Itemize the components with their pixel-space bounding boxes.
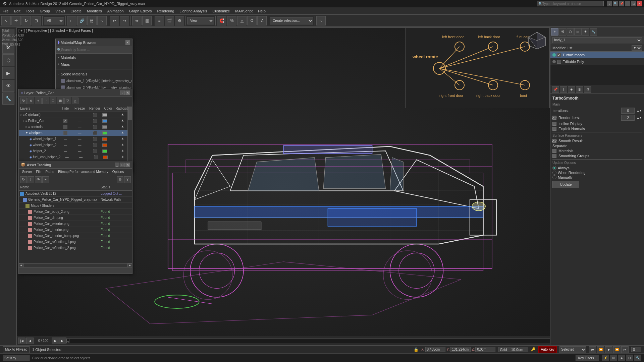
lt-refresh-btn[interactable]: ↻ <box>20 98 27 104</box>
ts-smooth-check[interactable]: ✓ <box>552 139 556 143</box>
asset-row-dirt[interactable]: Police_Car_dirt.png Found <box>19 215 132 221</box>
rb-goto-start[interactable]: ⏮ <box>589 346 596 353</box>
scale-btn[interactable]: ⊡ <box>32 16 41 25</box>
undo-btn[interactable]: ↩ <box>110 16 119 25</box>
angle-btn[interactable]: ∠ <box>257 16 267 25</box>
asset-row-interior[interactable]: Police_Car_interior.png Found <box>19 227 132 233</box>
asset-menu-paths[interactable]: Paths <box>44 170 56 174</box>
br-icon3[interactable]: ◈ <box>618 355 625 361</box>
goto-start-btn[interactable]: |◀ <box>18 338 25 344</box>
menu-tools[interactable]: Tools <box>23 8 37 14</box>
y-value[interactable]: 131.224cm <box>450 347 471 352</box>
at-refresh-btn[interactable]: ↻ <box>20 176 27 183</box>
asset-row-maxfile[interactable]: Generic_Police_Car_NYPD_Rigged_vray.max … <box>19 197 132 203</box>
asset-menu-bitmap[interactable]: Bitmap Performance and Memory <box>56 170 110 174</box>
hierarchy-btn[interactable]: ⬡ <box>2 54 14 66</box>
at-settings-btn[interactable]: ⚙ <box>117 176 123 183</box>
bind-btn[interactable]: ∿ <box>97 16 107 25</box>
display-btn[interactable]: 👁 <box>2 80 14 92</box>
timeline-track[interactable]: 0 <box>66 339 550 343</box>
br-icon4[interactable]: ⊡ <box>626 355 633 361</box>
ts-render-iters-value[interactable]: 2 <box>621 115 635 121</box>
rp-hierarchy-icon[interactable]: ⬡ <box>567 28 574 36</box>
asset-menu-file[interactable]: File <box>34 170 43 174</box>
selection-type-dropdown[interactable]: All <box>44 17 64 24</box>
mb-materials-row[interactable]: + Materials <box>56 54 132 61</box>
rp-display-icon[interactable]: 👁 <box>582 28 589 36</box>
asset-scroll-right[interactable]: ▶ <box>127 263 132 267</box>
menu-lighting[interactable]: Lighting Analysis <box>177 8 210 14</box>
render-setup-btn[interactable]: ⚙ <box>175 16 184 25</box>
ts-isoline-check[interactable] <box>552 122 556 126</box>
menu-modifiers[interactable]: Modifiers <box>84 8 105 14</box>
rp-create-icon[interactable]: + <box>551 28 558 36</box>
asset-row-mapsshaders[interactable]: Maps / Shaders <box>19 203 132 209</box>
menu-group[interactable]: Group <box>37 8 53 14</box>
at-view-btn[interactable]: 👁 <box>35 176 42 183</box>
menu-create[interactable]: Create <box>68 8 84 14</box>
br-icon2[interactable]: ⊞ <box>610 355 617 361</box>
asset-close-btn[interactable]: ✕ <box>125 163 130 167</box>
mb-maps-row[interactable]: + Maps <box>56 61 132 68</box>
mirror-btn[interactable]: ⇔ <box>132 16 142 25</box>
ts-iterations-value[interactable]: 0 <box>621 108 635 114</box>
lt-move-to-btn[interactable]: → <box>42 98 49 104</box>
render-btn[interactable]: 🎬 <box>165 16 174 25</box>
pin-btn[interactable]: 📌 <box>619 1 624 6</box>
asset-scrollbar-track[interactable] <box>24 264 127 267</box>
rotate-btn[interactable]: ↻ <box>21 16 31 25</box>
asset-row-body2[interactable]: Police_Car_body_2.png Found <box>19 209 132 215</box>
layer-row-policecar[interactable]: ▷ ≡ Police_Car ✓ — ⬛ ☀ <box>19 118 132 124</box>
menu-maxscript[interactable]: MAXScript <box>232 8 255 14</box>
ts-smoothing-check[interactable] <box>552 154 556 158</box>
layer-row-helpers[interactable]: ▼ ≡ helpers — ⬛ ☀ <box>19 130 132 136</box>
ts-whenrendering-radio[interactable]: When Rendering <box>552 171 642 175</box>
configure-btn[interactable]: ⚙ <box>584 86 591 93</box>
asset-row-reflection2[interactable]: Police_Car_reflection_2.png Found <box>19 245 132 251</box>
layer-btn[interactable]: ≡ <box>155 16 164 25</box>
layer-row-wheel-helper-2[interactable]: ◈ wheel_helper_2 — — ⬛ ☀ <box>19 142 132 148</box>
prev-frame-btn[interactable]: ◀ <box>26 338 34 344</box>
link-btn[interactable]: 🔗 <box>77 16 87 25</box>
close-btn[interactable]: ✕ <box>637 1 642 6</box>
menu-views[interactable]: Views <box>53 8 68 14</box>
asset-row-exterior[interactable]: Police_Car_exterior.png Found <box>19 221 132 227</box>
x-value[interactable]: 8.435cm <box>425 347 445 352</box>
edpoly-checkbox[interactable] <box>557 60 561 64</box>
asset-row-vault[interactable]: Autodesk Vault 2012 Logged Out ... <box>19 191 132 197</box>
menu-rendering[interactable]: Rendering <box>155 8 177 14</box>
search-btn[interactable]: 🔍 <box>613 1 618 6</box>
snap3d-btn[interactable]: △ <box>237 16 247 25</box>
lt-collapse-btn[interactable]: △ <box>72 98 78 104</box>
named-selection-dropdown[interactable]: Create selection... <box>270 17 313 24</box>
asset-row-interior-bump[interactable]: Police_Car_interior_bump.png Found <box>19 233 132 239</box>
goto-end-btn[interactable]: ▶| <box>59 338 66 344</box>
asset-maximize-btn[interactable]: □ <box>120 163 125 167</box>
lt-delete-btn[interactable]: ✕ <box>28 98 34 104</box>
align-btn[interactable]: ▥ <box>142 16 152 25</box>
lt-selectall-btn[interactable]: ⊞ <box>57 98 64 104</box>
ts-manually-radio[interactable]: Manually <box>552 175 642 179</box>
selected-dropdown[interactable]: Selected <box>559 346 586 353</box>
layer-scroll-thumb[interactable] <box>128 107 132 120</box>
asset-scroll-left[interactable]: ◀ <box>19 263 23 267</box>
layer-close-btn[interactable]: ✕ <box>125 90 130 95</box>
asset-menu-server[interactable]: Server <box>20 170 34 174</box>
snap-btn[interactable]: 🧲 <box>217 16 226 25</box>
pin-modifier-btn[interactable]: 📌 <box>552 86 559 93</box>
rb-goto-end[interactable]: ⏭ <box>621 346 629 353</box>
at-missing-btn[interactable]: ! <box>28 176 34 183</box>
layer-row-controls[interactable]: ▷ ≡ controls — ⬛ ☀ <box>19 124 132 130</box>
layer-row-fuelcap2[interactable]: ◈ fuel_cap_helper_2 — — ⬛ ☀ <box>19 154 132 160</box>
maximize-btn[interactable]: □ <box>631 1 636 6</box>
layer-row-wheel-helper-1[interactable]: ◈ wheel_helper_1 — — ⬛ ☀ <box>19 136 132 142</box>
asset-path-input[interactable] <box>19 267 132 274</box>
select-obj-btn[interactable]: □ <box>67 16 76 25</box>
mb-search-input[interactable] <box>61 48 131 52</box>
ts-always-radio[interactable]: Always <box>552 166 642 170</box>
motion-btn[interactable]: ▶ <box>2 67 14 79</box>
menu-help[interactable]: Help <box>255 8 268 14</box>
layer-help-btn[interactable]: ? <box>120 90 125 95</box>
ts-update-btn[interactable]: Update <box>552 181 579 188</box>
mb-aluminum1[interactable]: aluminum_1 (VRayMtl) [interior_symmetry_… <box>56 77 132 84</box>
